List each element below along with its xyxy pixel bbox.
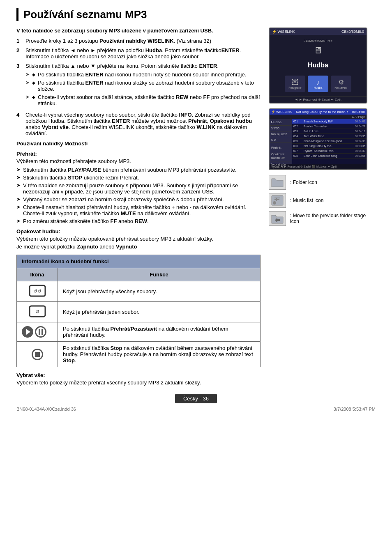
song-item-1: 001 Smash Somebody BW 00:04:01	[292, 119, 367, 124]
screen2-nav-text: Vybrat ◄ ► Posunout ⊙ Zadat ⬛ Možnost ↩ …	[271, 165, 337, 168]
chevron-3: ➤	[16, 182, 21, 195]
section-moznosti-title: Používání nabídky Možnosti	[16, 140, 261, 147]
screen2-pageinfo: 1/70 Page	[270, 115, 367, 119]
song-num-2: 002	[293, 125, 302, 128]
hudba-icon: ♪	[316, 79, 320, 86]
arrow-3: ➤	[25, 94, 30, 106]
icon-cell-1: ↺↺	[17, 281, 58, 302]
legend-folder: : Folder icon	[269, 175, 376, 190]
svg-text:↺: ↺	[35, 309, 39, 315]
legend-prevfolder: : Move to the previous folder stage icon	[269, 211, 376, 226]
song-title-7: Ryuichi Sakamoto Rain	[304, 149, 334, 152]
song-title-5: Chub Mangione Feel So good	[304, 140, 342, 143]
bottom-right: 3/7/2008 5:53:47 PM	[334, 407, 376, 412]
song-time-6: 00:03:35	[355, 145, 365, 147]
screen1-body: 313M5/469M5 Free 🖥 Hudba 🖼 Fotografie ♪ …	[270, 35, 367, 96]
screen2-song-list: 001 Smash Somebody BW 00:04:01 002 Beatl…	[292, 119, 367, 164]
arrow-1: ➤	[25, 71, 30, 78]
chevron-1: ➤	[16, 167, 21, 173]
note-4: ➤ Vybraný soubor se zobrazí na horním ok…	[16, 196, 261, 202]
screen1-tab-fotografie: 🖼 Fotografie	[285, 76, 305, 92]
bottom-meta: BN68-01434A-X0Cze.indd 36 3/7/2008 5:53:…	[16, 407, 376, 412]
screen1-diskinfo: CE40/60M8.0	[341, 30, 364, 34]
song-title-4: Tom Waits Time	[304, 135, 324, 138]
arrow-2: ➤	[25, 80, 30, 92]
song-num-1: 001	[293, 120, 302, 123]
screen2-sidebar: Hudba 5/5/6/5 Nov.14, 2007 5/14 Přehrát …	[270, 119, 367, 164]
song-title-3: Fall in Love	[304, 130, 318, 133]
sub-bullet-2-text: Po stisknutí tlačítka ENTER nad ikonou s…	[38, 80, 261, 92]
icon-cell-4	[17, 342, 58, 367]
prev-folder-icon-label: : Move to the previous folder stage icon	[290, 213, 376, 224]
sub-bullet-3: ➤ ◆ Chcete-li vybrat soubor na další str…	[25, 94, 261, 106]
main-content: V této nabídce se zobrazují soubory MP3 …	[16, 28, 376, 386]
step-2-text: Stisknutím tlačítka ◄ nebo ► přejděte na…	[25, 47, 261, 60]
icon-cell-2: ↺	[17, 302, 58, 322]
play-pause-icon	[22, 326, 53, 338]
vybrat-text: Výběrem této položky můžete přehrát všec…	[16, 379, 261, 386]
footer-label: Česky - 36	[175, 394, 217, 403]
note-3: ➤ V této nabídce se zobrazují pouze soub…	[16, 182, 261, 195]
screen1-diskfree: 313M5/469M5 Free	[304, 39, 332, 43]
screen1-box: ⚡ WISELINK CE40/60M8.0 313M5/469M5 Free …	[269, 28, 367, 103]
chevron-4: ➤	[16, 196, 21, 202]
note-6-text: Pro změnu stránek stiskněte tlačítko FF …	[23, 218, 149, 224]
song-item-7: 007 Ryuichi Sakamoto Rain 00:04:30	[292, 149, 367, 154]
screen1-brand: ⚡ WISELINK	[272, 30, 295, 34]
svg-rect-8	[276, 198, 277, 201]
song-time-8: 00:03:54	[355, 154, 365, 157]
song-title-2: Beatles Yesterday	[304, 125, 327, 128]
note-5-text: Chcete-li nastavit hlasitost přehrávání …	[23, 204, 261, 216]
screen1-header: ⚡ WISELINK CE40/60M8.0	[270, 28, 367, 35]
svg-rect-6	[274, 198, 280, 198]
step-number-3: 3	[16, 63, 22, 108]
icon-cell-3	[17, 322, 58, 342]
screen2-nowplaying: Nat King Cole-Fly me to the moon ♪	[296, 110, 348, 114]
right-column: ⚡ WISELINK CE40/60M8.0 313M5/469M5 Free …	[269, 28, 376, 386]
song-num-5: 005	[293, 140, 302, 143]
step-3-content: Stisknutím tlačítka ▲ nebo ▼ přejděte na…	[25, 63, 261, 108]
table-row-4-text: Po stisknutí tlačítka Stop na dálkovém o…	[58, 342, 261, 367]
song-time-7: 00:04:30	[355, 149, 365, 152]
menu-title: Hudba	[270, 119, 292, 126]
screen1-nav: ◄ ► Posunout ⊙ Zadat ↩ Zpět	[270, 96, 367, 103]
song-time-1: 00:04:01	[355, 120, 365, 123]
table-row-3: Po stisknutí tlačítka Přehrát/Pozastavit…	[17, 322, 261, 342]
notes-list: ➤ Stisknutím tlačítka PLAY/PAUSE během p…	[16, 167, 261, 224]
sub-bullet-2: ➤ ◆ Po stisknutí tlačítka ENTER nad ikon…	[25, 80, 261, 92]
screen2-playtime: 00:04:00	[352, 110, 365, 114]
sub-bullet-3-text: Chcete-li vybrat soubor na další stránce…	[38, 94, 261, 106]
note-1: ➤ Stisknutím tlačítka PLAY/PAUSE během p…	[16, 167, 261, 173]
nastaveni-label: Nastavení	[334, 86, 348, 89]
song-num-6: 006	[293, 145, 302, 147]
folder-icon	[269, 175, 286, 190]
vybrat-title: Vybrat vše:	[16, 372, 261, 378]
prehrat-text: Výběrem této možnosti přehrajete soubory…	[16, 158, 261, 164]
page-title: Používání seznamu MP3	[23, 8, 376, 21]
song-title-6: Nat King Cole-Fly me...	[304, 145, 333, 147]
page-header: Používání seznamu MP3	[16, 8, 376, 21]
fotografie-icon: 🖼	[292, 79, 298, 86]
bottom-left: BN68-01434A-X0Cze.indd 36	[16, 407, 76, 412]
note-2-text: Stisknutím tlačítka STOP ukončíte režim …	[23, 175, 139, 181]
menu-item-prehrat: Přehrát	[270, 145, 292, 151]
song-title-1: Smash Somebody BW	[304, 120, 332, 123]
song-item-4: 004 Tom Waits Time 00:03:35	[292, 134, 367, 139]
table-row-1: ↺↺ Když jsou přehrávány všechny soubory.	[17, 281, 261, 302]
note-4-text: Vybraný soubor se zobrazí na horním okra…	[23, 196, 224, 202]
col-header-1: Ikona	[17, 268, 58, 281]
repeat-one-icon: ↺	[29, 305, 46, 317]
nastaveni-icon: ⚙	[338, 78, 344, 86]
table-row-2: ↺ Když je přehráván jeden soubor.	[17, 302, 261, 322]
song-item-6: 006 Nat King Cole-Fly me... 00:03:35	[292, 144, 367, 149]
screen1-tab-nastaveni: ⚙ Nastavení	[331, 76, 351, 92]
table-row-3-text: Po stisknutí tlačítka Přehrát/Pozastavit…	[58, 322, 261, 342]
song-time-2: 00:04:28	[355, 125, 365, 128]
repeat-all-icon: ↺↺	[29, 285, 46, 297]
screen1-device-icon: 🖥	[314, 45, 323, 56]
step-2: 2 Stisknutím tlačítka ◄ nebo ► přejděte …	[16, 47, 261, 60]
table-row-4: Po stisknutí tlačítka Stop na dálkovém o…	[17, 342, 261, 367]
music-list-icon	[269, 193, 286, 208]
note-1-text: Stisknutím tlačítka PLAY/PAUSE během pře…	[23, 167, 237, 173]
screen1-tab-hudba[interactable]: ♪ Hudba	[308, 76, 328, 92]
